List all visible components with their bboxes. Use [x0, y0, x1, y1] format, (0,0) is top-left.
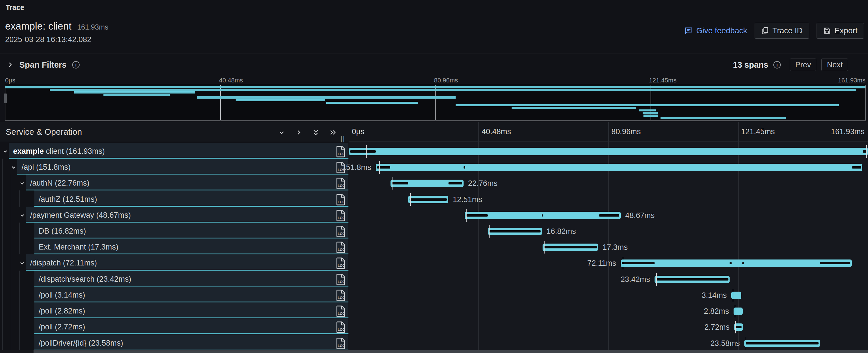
log-icon[interactable]: LOG — [336, 305, 346, 317]
trace-panel-header: Trace example: client 161.93ms 2025-03-2… — [0, 0, 868, 54]
span-bar[interactable] — [488, 228, 542, 235]
indent-guide — [2, 334, 3, 350]
trace-name: example: client — [5, 21, 71, 32]
scrollbar-thumb[interactable] — [34, 350, 868, 353]
span-bar[interactable] — [542, 244, 598, 251]
indent-guide — [11, 174, 11, 190]
timeline-minimap[interactable] — [5, 85, 866, 121]
svg-text:LOG: LOG — [338, 312, 345, 316]
indent-guide — [19, 318, 20, 334]
span-count-info-icon[interactable]: i — [773, 61, 781, 68]
column-resize-handle[interactable]: || — [340, 135, 345, 143]
span-filters-expand-chevron[interactable] — [7, 61, 13, 68]
indent-guide — [11, 318, 11, 334]
indent-guide — [2, 318, 3, 334]
svg-text:LOG: LOG — [338, 216, 345, 220]
log-icon[interactable]: LOG — [336, 274, 346, 285]
span-filters-label[interactable]: Span Filters — [19, 60, 66, 70]
row-collapse-chevron[interactable] — [19, 212, 26, 219]
collapse-all-icon[interactable] — [311, 128, 320, 137]
log-icon[interactable]: LOG — [336, 241, 346, 253]
span-log-tick — [393, 177, 393, 190]
horizontal-scrollbar[interactable] — [0, 350, 868, 353]
self-time-segment — [448, 182, 462, 185]
service-operation-header: Service & Operation || — [0, 122, 348, 142]
log-icon[interactable]: LOG — [336, 194, 346, 205]
export-button[interactable]: Export — [816, 23, 864, 39]
self-time-segment — [820, 262, 850, 264]
self-time-segment — [466, 214, 488, 217]
indent-guide — [11, 238, 11, 254]
svg-text:LOG: LOG — [338, 296, 345, 300]
span-duration-label: 23.58ms — [710, 339, 740, 348]
svg-text:LOG: LOG — [338, 200, 345, 204]
span-log-tick — [733, 289, 733, 301]
span-name: /api (151.8ms) — [22, 163, 71, 172]
prev-span-button[interactable]: Prev — [790, 59, 816, 71]
indent-guide — [11, 223, 11, 238]
comment-icon — [684, 26, 693, 35]
span-operation: /poll (2.82ms) — [39, 307, 85, 315]
log-icon[interactable]: LOG — [336, 146, 346, 157]
span-duration-label: 48.67ms — [625, 211, 655, 220]
log-icon[interactable]: LOG — [336, 257, 346, 269]
minimap-span-bar — [236, 99, 325, 101]
trace-duration: 161.93ms — [77, 23, 108, 31]
minimap-span-bar — [644, 115, 658, 117]
svg-text:LOG: LOG — [338, 328, 345, 332]
row-collapse-chevron[interactable] — [1, 148, 9, 155]
row-collapse-chevron[interactable] — [19, 259, 26, 267]
expand-one-icon[interactable] — [294, 128, 303, 137]
span-bar[interactable] — [349, 148, 868, 155]
collapse-one-icon[interactable] — [277, 128, 286, 137]
span-bar[interactable] — [391, 180, 464, 187]
span-log-tick — [735, 321, 736, 333]
log-icon[interactable]: LOG — [336, 289, 346, 301]
indent-guide — [11, 270, 11, 287]
span-bar[interactable] — [376, 164, 862, 171]
axis-tick-label: 80.96ms — [611, 127, 641, 136]
copy-icon — [761, 27, 769, 35]
next-span-button[interactable]: Next — [822, 59, 848, 71]
log-icon[interactable]: LOG — [336, 210, 346, 221]
span-duration-label: 2.72ms — [704, 323, 730, 332]
indent-guide — [2, 254, 3, 270]
axis-tick-label: 40.48ms — [482, 127, 511, 136]
span-filters-info-icon[interactable]: i — [72, 61, 80, 68]
trace-id-button[interactable]: Trace ID — [754, 23, 809, 39]
span-bar[interactable] — [744, 340, 820, 347]
log-icon[interactable]: LOG — [336, 178, 346, 189]
span-duration-label: 23.42ms — [620, 275, 650, 284]
log-icon[interactable]: LOG — [336, 338, 346, 349]
span-operation: /authZ (12.51ms) — [39, 195, 97, 203]
row-collapse-chevron[interactable] — [19, 180, 26, 187]
minimap-span-bar — [50, 89, 856, 91]
page-title: Trace — [6, 3, 24, 12]
span-bar[interactable] — [621, 259, 852, 267]
indent-guide — [2, 238, 3, 254]
indent-guide — [11, 190, 11, 206]
span-bar[interactable] — [408, 196, 448, 203]
minimap-tick-label: 40.48ms — [219, 77, 243, 84]
span-name: /pollDriver/{id} (23.58ms) — [39, 339, 123, 348]
span-log-tick — [735, 305, 735, 318]
minimap-span-bar — [74, 91, 195, 94]
indent-guide — [11, 334, 11, 350]
minimap-span-bar — [326, 102, 418, 104]
span-operation: /pollDriver/{id} (23.58ms) — [39, 339, 123, 347]
span-name: DB (16.82ms) — [39, 227, 86, 236]
indent-guide — [11, 206, 11, 223]
log-icon[interactable]: LOG — [336, 225, 346, 237]
log-icon[interactable]: LOG — [336, 321, 346, 333]
span-bar[interactable] — [465, 212, 621, 219]
span-log-tick — [366, 145, 367, 158]
row-collapse-chevron[interactable] — [10, 164, 17, 171]
span-operation: /payment Gateway (48.67ms) — [30, 211, 131, 219]
minimap-drag-handle[interactable] — [4, 94, 7, 103]
give-feedback-link[interactable]: Give feedback — [684, 26, 747, 35]
span-bar[interactable] — [655, 276, 730, 283]
span-duration-label: 12.51ms — [453, 195, 482, 204]
expand-all-icon[interactable] — [328, 128, 337, 137]
indent-guide — [19, 223, 20, 238]
span-operation: /poll (3.14ms) — [39, 291, 85, 299]
